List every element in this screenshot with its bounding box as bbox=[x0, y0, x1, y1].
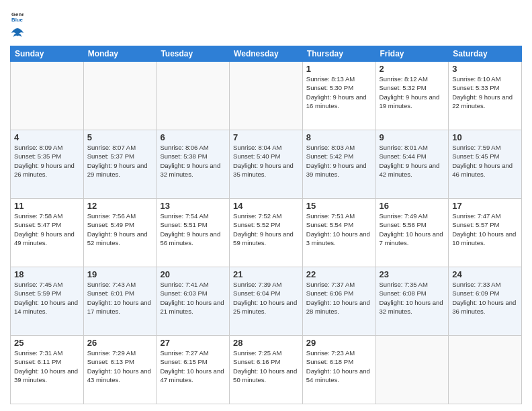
calendar-page: General Blue SundayMondayTuesdayWednesda… bbox=[0, 0, 532, 411]
day-cell: 8Sunrise: 8:03 AMSunset: 5:42 PMDaylight… bbox=[302, 130, 375, 199]
day-cell: 29Sunrise: 7:23 AMSunset: 6:18 PMDayligh… bbox=[302, 336, 375, 404]
day-info: Sunrise: 7:56 AMSunset: 5:49 PMDaylight:… bbox=[87, 212, 153, 247]
week-row-0: 1Sunrise: 8:13 AMSunset: 5:30 PMDaylight… bbox=[11, 62, 522, 130]
calendar-header-row: SundayMondayTuesdayWednesdayThursdayFrid… bbox=[11, 46, 522, 62]
day-number: 24 bbox=[452, 269, 518, 279]
logo: General Blue bbox=[10, 9, 25, 42]
week-row-1: 4Sunrise: 8:09 AMSunset: 5:35 PMDaylight… bbox=[11, 130, 522, 199]
day-number: 13 bbox=[160, 201, 226, 211]
day-info: Sunrise: 7:49 AMSunset: 5:56 PMDaylight:… bbox=[380, 212, 445, 247]
day-cell: 26Sunrise: 7:29 AMSunset: 6:13 PMDayligh… bbox=[83, 336, 157, 404]
day-cell: 27Sunrise: 7:27 AMSunset: 6:15 PMDayligh… bbox=[157, 336, 230, 404]
logo-icon: General Blue bbox=[11, 9, 24, 24]
day-cell: 22Sunrise: 7:37 AMSunset: 6:06 PMDayligh… bbox=[302, 267, 375, 336]
day-cell: 24Sunrise: 7:33 AMSunset: 6:09 PMDayligh… bbox=[449, 267, 522, 336]
day-info: Sunrise: 8:10 AMSunset: 5:33 PMDaylight:… bbox=[452, 75, 518, 110]
day-info: Sunrise: 8:04 AMSunset: 5:40 PMDaylight:… bbox=[233, 143, 299, 179]
calendar-table: SundayMondayTuesdayWednesdayThursdayFrid… bbox=[10, 46, 522, 404]
day-cell: 9Sunrise: 8:01 AMSunset: 5:44 PMDaylight… bbox=[375, 130, 449, 199]
day-cell: 5Sunrise: 8:07 AMSunset: 5:37 PMDaylight… bbox=[83, 130, 157, 199]
day-number: 4 bbox=[14, 132, 80, 142]
day-cell: 10Sunrise: 7:59 AMSunset: 5:45 PMDayligh… bbox=[449, 130, 522, 199]
day-info: Sunrise: 8:01 AMSunset: 5:44 PMDaylight:… bbox=[380, 143, 445, 179]
day-info: Sunrise: 7:51 AMSunset: 5:54 PMDaylight:… bbox=[306, 212, 372, 247]
day-number: 22 bbox=[306, 269, 372, 279]
day-number: 26 bbox=[87, 338, 153, 348]
day-info: Sunrise: 7:31 AMSunset: 6:11 PMDaylight:… bbox=[14, 349, 80, 384]
day-cell: 12Sunrise: 7:56 AMSunset: 5:49 PMDayligh… bbox=[83, 199, 157, 267]
day-number: 18 bbox=[14, 269, 80, 279]
day-cell: 16Sunrise: 7:49 AMSunset: 5:56 PMDayligh… bbox=[375, 199, 449, 267]
day-cell: 11Sunrise: 7:58 AMSunset: 5:47 PMDayligh… bbox=[11, 199, 84, 267]
day-info: Sunrise: 8:06 AMSunset: 5:38 PMDaylight:… bbox=[160, 143, 226, 179]
day-cell bbox=[230, 62, 303, 130]
day-cell: 23Sunrise: 7:35 AMSunset: 6:08 PMDayligh… bbox=[375, 267, 449, 336]
day-cell: 4Sunrise: 8:09 AMSunset: 5:35 PMDaylight… bbox=[11, 130, 84, 199]
day-info: Sunrise: 7:43 AMSunset: 6:01 PMDaylight:… bbox=[87, 280, 153, 316]
day-info: Sunrise: 7:58 AMSunset: 5:47 PMDaylight:… bbox=[14, 212, 80, 247]
day-cell: 19Sunrise: 7:43 AMSunset: 6:01 PMDayligh… bbox=[83, 267, 157, 336]
day-cell: 20Sunrise: 7:41 AMSunset: 6:03 PMDayligh… bbox=[157, 267, 230, 336]
day-cell bbox=[449, 336, 522, 404]
day-info: Sunrise: 7:23 AMSunset: 6:18 PMDaylight:… bbox=[306, 349, 372, 384]
day-number: 21 bbox=[233, 269, 299, 279]
day-cell bbox=[83, 62, 157, 130]
day-cell: 2Sunrise: 8:12 AMSunset: 5:32 PMDaylight… bbox=[375, 62, 449, 130]
week-row-4: 25Sunrise: 7:31 AMSunset: 6:11 PMDayligh… bbox=[11, 336, 522, 404]
day-info: Sunrise: 7:33 AMSunset: 6:09 PMDaylight:… bbox=[452, 280, 518, 316]
svg-text:General: General bbox=[11, 11, 24, 17]
day-cell bbox=[11, 62, 84, 130]
day-cell: 18Sunrise: 7:45 AMSunset: 5:59 PMDayligh… bbox=[11, 267, 84, 336]
day-number: 23 bbox=[380, 269, 445, 279]
day-number: 16 bbox=[380, 201, 445, 211]
day-info: Sunrise: 8:12 AMSunset: 5:32 PMDaylight:… bbox=[380, 75, 445, 110]
day-info: Sunrise: 8:09 AMSunset: 5:35 PMDaylight:… bbox=[14, 143, 80, 179]
header: General Blue bbox=[10, 7, 522, 42]
day-info: Sunrise: 8:03 AMSunset: 5:42 PMDaylight:… bbox=[306, 143, 372, 179]
day-info: Sunrise: 7:59 AMSunset: 5:45 PMDaylight:… bbox=[452, 143, 518, 179]
day-info: Sunrise: 7:29 AMSunset: 6:13 PMDaylight:… bbox=[87, 349, 153, 384]
logo-bird-icon bbox=[10, 27, 25, 42]
day-cell: 6Sunrise: 8:06 AMSunset: 5:38 PMDaylight… bbox=[157, 130, 230, 199]
day-number: 25 bbox=[14, 338, 80, 348]
day-info: Sunrise: 8:13 AMSunset: 5:30 PMDaylight:… bbox=[306, 75, 372, 110]
day-info: Sunrise: 7:25 AMSunset: 6:16 PMDaylight:… bbox=[233, 349, 299, 384]
day-number: 3 bbox=[452, 64, 518, 74]
day-cell: 25Sunrise: 7:31 AMSunset: 6:11 PMDayligh… bbox=[11, 336, 84, 404]
col-header-wednesday: Wednesday bbox=[230, 46, 303, 62]
week-row-3: 18Sunrise: 7:45 AMSunset: 5:59 PMDayligh… bbox=[11, 267, 522, 336]
col-header-thursday: Thursday bbox=[302, 46, 375, 62]
day-number: 29 bbox=[306, 338, 372, 348]
day-info: Sunrise: 7:27 AMSunset: 6:15 PMDaylight:… bbox=[160, 349, 226, 384]
day-info: Sunrise: 7:39 AMSunset: 6:04 PMDaylight:… bbox=[233, 280, 299, 316]
day-number: 6 bbox=[160, 132, 226, 142]
day-cell: 13Sunrise: 7:54 AMSunset: 5:51 PMDayligh… bbox=[157, 199, 230, 267]
day-info: Sunrise: 8:07 AMSunset: 5:37 PMDaylight:… bbox=[87, 143, 153, 179]
col-header-saturday: Saturday bbox=[449, 46, 522, 62]
day-number: 20 bbox=[160, 269, 226, 279]
day-info: Sunrise: 7:35 AMSunset: 6:08 PMDaylight:… bbox=[380, 280, 445, 316]
day-cell bbox=[157, 62, 230, 130]
day-cell: 17Sunrise: 7:47 AMSunset: 5:57 PMDayligh… bbox=[449, 199, 522, 267]
col-header-monday: Monday bbox=[83, 46, 157, 62]
logo-text: General Blue bbox=[10, 9, 25, 42]
day-info: Sunrise: 7:54 AMSunset: 5:51 PMDaylight:… bbox=[160, 212, 226, 247]
day-number: 5 bbox=[87, 132, 153, 142]
col-header-friday: Friday bbox=[375, 46, 449, 62]
day-number: 9 bbox=[380, 132, 445, 142]
day-number: 12 bbox=[87, 201, 153, 211]
col-header-sunday: Sunday bbox=[11, 46, 84, 62]
day-number: 28 bbox=[233, 338, 299, 348]
day-number: 27 bbox=[160, 338, 226, 348]
day-cell: 21Sunrise: 7:39 AMSunset: 6:04 PMDayligh… bbox=[230, 267, 303, 336]
day-number: 1 bbox=[306, 64, 372, 74]
day-number: 8 bbox=[306, 132, 372, 142]
day-cell bbox=[375, 336, 449, 404]
day-cell: 7Sunrise: 8:04 AMSunset: 5:40 PMDaylight… bbox=[230, 130, 303, 199]
day-cell: 15Sunrise: 7:51 AMSunset: 5:54 PMDayligh… bbox=[302, 199, 375, 267]
day-number: 11 bbox=[14, 201, 80, 211]
day-info: Sunrise: 7:45 AMSunset: 5:59 PMDaylight:… bbox=[14, 280, 80, 316]
day-cell: 3Sunrise: 8:10 AMSunset: 5:33 PMDaylight… bbox=[449, 62, 522, 130]
day-info: Sunrise: 7:52 AMSunset: 5:52 PMDaylight:… bbox=[233, 212, 299, 247]
svg-text:Blue: Blue bbox=[11, 17, 24, 23]
